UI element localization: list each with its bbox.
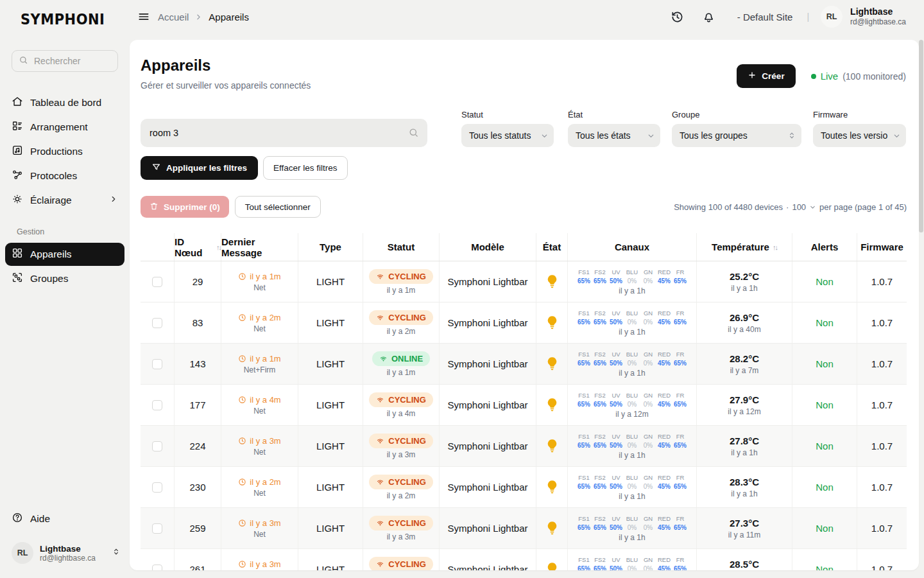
channel-labels: FS1FS2UVBLUGNREDFR (576, 351, 689, 358)
row-checkbox[interactable] (152, 482, 162, 493)
cell-checkbox (141, 426, 174, 466)
chevron-right-icon (109, 195, 118, 206)
sidebar-item-arrangement[interactable]: Arrangement (5, 116, 124, 139)
sidebar-user-menu[interactable]: RL Lightbase rd@lightbase.ca (0, 534, 130, 578)
cell-type: LIGHT (298, 549, 363, 570)
table-row: 259 il y a 3m Net LIGHT CYCLING il y a 3… (141, 508, 907, 549)
cell-checkbox (141, 302, 174, 343)
site-selector[interactable]: - Default Site (737, 12, 793, 22)
channel-values: 65%65%50%0%0%45%65% (576, 360, 689, 367)
user-email: rd@lightbase.ca (850, 17, 906, 27)
channel-values: 65%65%50%0%0%45%65% (576, 442, 689, 449)
cell-alerts: Non (792, 302, 857, 343)
row-checkbox[interactable] (152, 359, 162, 369)
row-checkbox[interactable] (152, 400, 162, 410)
channel-labels: FS1FS2UVBLUGNREDFR (576, 268, 689, 276)
chevron-down-icon[interactable] (809, 204, 816, 211)
sidebar-item-eclairage[interactable]: Éclairage (5, 189, 124, 212)
cell-checkbox (141, 385, 174, 425)
sidebar-spacer (0, 290, 130, 488)
avatar: RL (12, 542, 33, 564)
channel-values: 65%65%50%0%0%45%65% (576, 483, 689, 490)
filter-label: Groupe (672, 110, 801, 119)
sidebar-item-protocoles[interactable]: Protocoles (5, 164, 124, 188)
cell-checkbox (141, 549, 174, 570)
create-button[interactable]: Créer (737, 64, 795, 88)
chevron-up-down-icon (112, 547, 121, 559)
breadcrumb-accueil[interactable]: Accueil (158, 12, 189, 22)
bulb-icon (547, 316, 557, 329)
scrollbar-thumb[interactable] (919, 40, 923, 232)
apply-filters-button[interactable]: Appliquer les filtres (141, 156, 258, 180)
row-checkbox[interactable] (152, 318, 162, 328)
breadcrumb-appareils: Appareils (209, 12, 249, 22)
live-status: Live (100 monitored) (811, 71, 906, 82)
header-firmware: Firmware (857, 233, 907, 261)
sidebar-item-tableau-de-bord[interactable]: Tableau de bord (5, 91, 124, 114)
channel-labels: FS1FS2UVBLUGNREDFR (576, 515, 689, 522)
cell-channels: FS1FS2UVBLUGNREDFR 65%65%50%0%0%45%65% i… (567, 467, 696, 507)
firmware-select[interactable]: Toutes les versio (813, 124, 906, 147)
bulb-icon (547, 563, 557, 570)
sidebar-item-label: Éclairage (30, 195, 72, 206)
cell-firmware: 1.0.7 (857, 261, 907, 302)
wifi-icon (376, 478, 384, 486)
sidebar-item-productions[interactable]: Productions (5, 140, 124, 163)
select-all-button[interactable]: Tout sélectionner (235, 196, 321, 218)
page-title: Appareils (141, 57, 311, 74)
avatar[interactable]: RL (821, 6, 843, 28)
cell-temperature: 25.2°C il y a 1h (696, 261, 792, 302)
bulb-icon (547, 521, 557, 535)
cell-type: LIGHT (298, 385, 363, 425)
cell-model: Symphoni Lightbar (439, 426, 536, 466)
cell-firmware: 1.0.7 (857, 426, 907, 466)
sort-icon: ↑↓ (216, 243, 221, 251)
clock-icon (238, 437, 246, 445)
help-icon (12, 512, 23, 526)
groupe-select[interactable]: Tous les groupes (672, 124, 801, 147)
row-checkbox[interactable] (152, 565, 162, 571)
sidebar-item-groupes[interactable]: Groupes (5, 267, 124, 290)
cell-type: LIGHT (298, 302, 363, 343)
header-id-noeud[interactable]: ID Nœud↑↓ (174, 233, 221, 261)
delete-button[interactable]: Supprimer (0) (141, 196, 229, 218)
topbar-user[interactable]: Lightbase rd@lightbase.ca (850, 6, 906, 28)
topbar: Accueil Appareils - Default Site | RL Li… (130, 0, 924, 33)
table-body: 29 il y a 1m Net LIGHT CYCLING il y a 1m… (141, 261, 907, 570)
cell-temperature: 26.9°C il y a 40m (696, 302, 792, 343)
cell-last-message: il y a 1m Net+Firm (221, 344, 298, 384)
cell-checkbox (141, 261, 174, 302)
device-search-input[interactable] (141, 119, 427, 147)
selection-row: Supprimer (0) Tout sélectionner Showing … (130, 180, 919, 218)
row-checkbox[interactable] (152, 523, 162, 534)
sidebar-item-aide[interactable]: Aide (5, 507, 124, 530)
sidebar-item-appareils[interactable]: Appareils (5, 243, 124, 266)
etat-select[interactable]: Tous les états (568, 124, 660, 147)
clock-icon (238, 272, 246, 281)
cell-channels: FS1FS2UVBLUGNREDFR 65%65%50%0%0%45%65% i… (567, 426, 696, 466)
hamburger-menu-icon[interactable] (137, 10, 150, 23)
cell-last-message: il y a 4m Net (221, 385, 298, 425)
sidebar: SYMPHONI Tableau de bord Arrangement Pro… (0, 0, 130, 578)
header-temperature[interactable]: Température↑↓ (696, 233, 792, 261)
table-row: 143 il y a 1m Net+Firm LIGHT ONLINE il y… (141, 344, 907, 385)
bell-icon[interactable] (702, 10, 715, 24)
topbar-divider: | (807, 12, 809, 22)
per-page-select[interactable]: 100 (792, 202, 806, 212)
clear-filters-button[interactable]: Effacer les filtres (263, 156, 348, 180)
cell-last-message: il y a 1m Net (221, 261, 298, 302)
monitored-count: (100 monitored) (843, 71, 906, 82)
history-icon[interactable] (671, 10, 684, 24)
row-checkbox[interactable] (152, 277, 162, 287)
statut-select[interactable]: Tous les statuts (461, 124, 554, 147)
channel-labels: FS1FS2UVBLUGNREDFR (576, 474, 689, 481)
row-checkbox[interactable] (152, 441, 162, 451)
filter-actions: Appliquer les filtres Effacer les filtre… (130, 147, 919, 180)
cell-channels: FS1FS2UVBLUGNREDFR 65%65%50%0%0%45%65% i… (567, 261, 696, 302)
wifi-icon (376, 437, 384, 445)
cell-status: CYCLING il y a 2m (363, 302, 439, 343)
cell-node-id: 230 (174, 467, 221, 507)
cell-checkbox (141, 344, 174, 384)
cell-status: CYCLING il y a 3m (363, 508, 439, 548)
sidebar-item-label: Tableau de bord (30, 97, 101, 109)
